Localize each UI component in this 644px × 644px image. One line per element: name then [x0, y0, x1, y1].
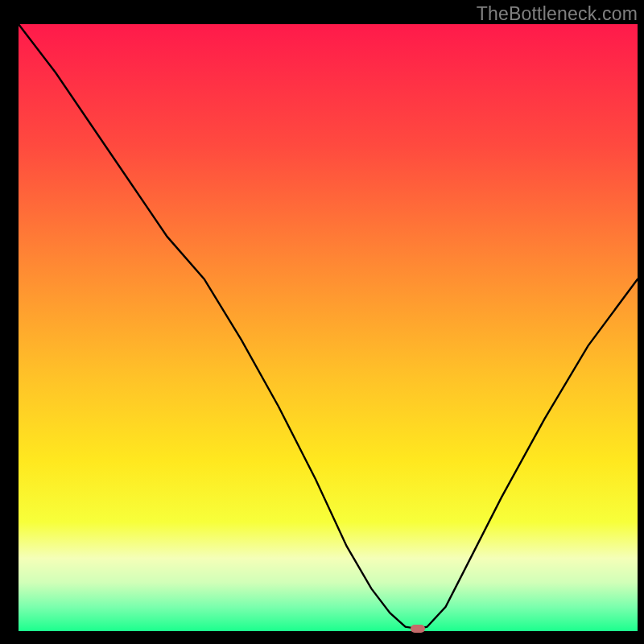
plot-background: [19, 24, 638, 631]
bottleneck-chart: [0, 0, 644, 644]
optimal-marker: [411, 625, 425, 633]
watermark-text: TheBottleneck.com: [477, 3, 638, 25]
chart-frame: TheBottleneck.com: [0, 0, 644, 644]
